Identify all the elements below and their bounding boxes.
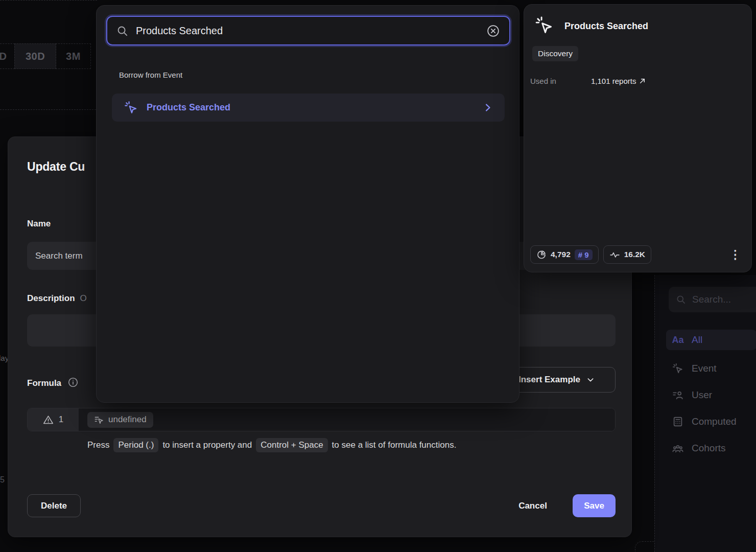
sidebar-item-computed[interactable]: Computed: [666, 411, 756, 432]
event-detail-panel: Products Searched Discovery Used in 1,10…: [524, 4, 752, 272]
sidebar-item-label: Event: [692, 363, 717, 374]
event-stats-row: 4,792 # 9 16.2K ⋮: [530, 245, 744, 264]
event-title: Products Searched: [564, 21, 648, 32]
event-cursor-icon: [535, 16, 554, 35]
property-search-box[interactable]: [106, 16, 510, 45]
event-count: 4,792: [551, 250, 571, 259]
category-badge: Discovery: [532, 46, 578, 61]
modal-title: Update Cu: [27, 160, 85, 174]
user-icon: [672, 389, 684, 401]
help-fragment: to see a list of formula functions.: [332, 440, 457, 450]
event-volume: 16.2K: [624, 250, 645, 259]
save-button[interactable]: Save: [573, 494, 616, 517]
name-label: Name: [27, 219, 51, 229]
cohorts-icon: [672, 443, 684, 454]
sidebar-item-label: All: [692, 334, 702, 346]
clear-search-icon[interactable]: [486, 24, 500, 38]
chevron-right-icon: [483, 103, 492, 112]
formula-token-label: undefined: [108, 415, 147, 425]
event-rank-badge: # 9: [575, 249, 593, 260]
event-property-icon: [94, 415, 104, 425]
kbd-control-space: Control + Space: [256, 438, 327, 452]
description-label-text: Description: [27, 293, 75, 303]
search-result-products-searched[interactable]: Products Searched: [112, 94, 505, 122]
external-link-icon: [639, 77, 646, 85]
used-in-label: Used in: [530, 77, 556, 85]
sidebar-item-label: Computed: [692, 416, 737, 427]
formula-token-undefined[interactable]: undefined: [87, 412, 153, 428]
cancel-button[interactable]: Cancel: [505, 494, 561, 517]
search-icon: [676, 294, 686, 305]
formula-error-gutter: 1: [28, 408, 79, 431]
delete-button[interactable]: Delete: [27, 494, 81, 517]
formula-help-text: Press Period (.) to insert a property an…: [87, 438, 456, 452]
event-volume-chip: 16.2K: [603, 245, 651, 264]
search-result-label: Products Searched: [147, 102, 230, 113]
error-count: 1: [59, 415, 63, 425]
activity-pulse-icon: [609, 249, 620, 260]
info-icon[interactable]: [67, 377, 79, 388]
warning-icon: [43, 415, 54, 425]
used-in-reports-link[interactable]: 1,101 reports: [591, 77, 646, 85]
sidebar-item-event[interactable]: Event: [666, 358, 756, 379]
used-in-value: 1,101 reports: [591, 77, 636, 85]
background-panel-border: [0, 109, 96, 110]
property-search-input[interactable]: [136, 25, 479, 37]
chart-axis-label-fragment: 5: [0, 475, 5, 485]
time-range-3m[interactable]: 3M: [56, 43, 91, 69]
formula-input[interactable]: undefined: [79, 408, 615, 431]
sidebar-item-user[interactable]: User: [666, 385, 756, 405]
formula-label: Formula: [27, 377, 79, 388]
calculator-icon: [672, 416, 684, 427]
borrow-from-event-header: Borrow from Event: [119, 71, 182, 79]
help-fragment: to insert a property and: [162, 440, 252, 450]
optional-label-fragment: O: [80, 293, 87, 303]
property-type-sidebar: Aa All Event User Computed Cohorts: [654, 275, 756, 552]
chevron-down-icon: [586, 376, 595, 384]
kbd-period: Period (.): [113, 438, 158, 452]
more-options-icon[interactable]: ⋮: [726, 249, 744, 261]
event-cursor-icon: [672, 363, 684, 374]
event-count-chip: 4,792 # 9: [530, 245, 599, 264]
pie-chart-icon: [536, 249, 547, 260]
aa-icon: Aa: [672, 335, 684, 346]
formula-editor: 1 undefined: [27, 408, 616, 431]
time-range-partial[interactable]: D: [0, 43, 15, 69]
event-cursor-icon: [124, 101, 138, 114]
help-fragment: Press: [87, 440, 109, 450]
sidebar-item-cohorts[interactable]: Cohorts: [666, 438, 756, 458]
time-range-30d[interactable]: 30D: [14, 43, 56, 69]
sidebar-item-label: Cohorts: [692, 443, 726, 454]
background-panel-border: [0, 0, 97, 1]
sidebar-search-input[interactable]: [669, 287, 756, 312]
insert-example-label: Insert Example: [518, 375, 580, 385]
search-icon: [116, 25, 128, 37]
property-search-dropdown: Borrow from Event Products Searched: [96, 5, 519, 403]
description-label: DescriptionO: [27, 293, 87, 304]
sidebar-item-all[interactable]: Aa All: [666, 330, 756, 350]
formula-label-text: Formula: [27, 378, 61, 388]
sidebar-search-field[interactable]: [692, 294, 756, 305]
sidebar-item-label: User: [692, 389, 712, 401]
time-range-selector: D 30D 3M: [0, 43, 91, 69]
